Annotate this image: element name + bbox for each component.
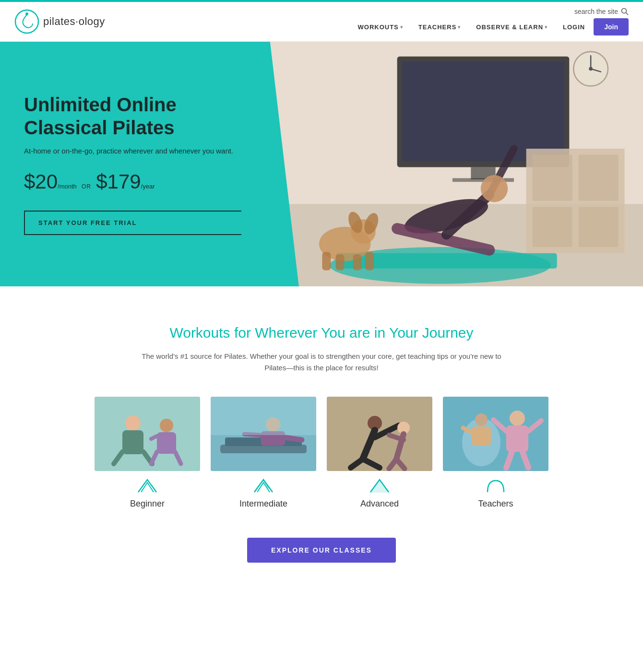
card-intermediate[interactable]: Intermediate bbox=[211, 397, 316, 509]
teachers-icon bbox=[485, 478, 507, 496]
price-annual: $179 bbox=[96, 170, 141, 193]
price-or: OR bbox=[82, 183, 91, 190]
main-nav: WORKOUTS ▾ TEACHERS ▾ OBSERVE & LEARN ▾ … bbox=[351, 18, 629, 35]
price-monthly-suffix: /month bbox=[58, 183, 77, 190]
card-beginner[interactable]: Beginner bbox=[95, 397, 200, 509]
card-label-advanced: Advanced bbox=[360, 499, 399, 509]
card-label-intermediate: Intermediate bbox=[239, 499, 287, 509]
logo[interactable]: pilates·ology bbox=[14, 9, 105, 34]
card-advanced[interactable]: Advanced bbox=[327, 397, 432, 509]
free-trial-button[interactable]: START YOUR FREE TRIAL bbox=[24, 211, 246, 235]
hero-title: Unlimited Online Classical Pilates bbox=[24, 93, 246, 139]
section-title: Workouts for Wherever You are in Your Jo… bbox=[38, 325, 605, 341]
search-bar[interactable]: search the site bbox=[574, 8, 629, 15]
nav-teachers[interactable]: TEACHERS ▾ bbox=[412, 20, 468, 35]
svg-rect-24 bbox=[365, 252, 374, 270]
svg-rect-7 bbox=[402, 61, 564, 161]
join-button[interactable]: Join bbox=[594, 18, 629, 35]
nav-observe-learn[interactable]: OBSERVE & LEARN ▾ bbox=[469, 20, 554, 35]
card-bg-teachers bbox=[443, 397, 548, 471]
card-bg-advanced bbox=[327, 397, 432, 471]
search-label: search the site bbox=[574, 8, 618, 15]
svg-point-1 bbox=[25, 12, 28, 15]
svg-rect-29 bbox=[579, 207, 619, 247]
advanced-icon bbox=[369, 478, 391, 496]
card-bg-beginner bbox=[95, 397, 200, 471]
header-right: search the site WORKOUTS ▾ TEACHERS ▾ OB… bbox=[351, 8, 629, 35]
card-teachers[interactable]: Teachers bbox=[443, 397, 548, 509]
svg-point-35 bbox=[125, 415, 141, 431]
intermediate-icon bbox=[252, 478, 274, 496]
card-image-beginner bbox=[95, 397, 200, 471]
search-icon bbox=[621, 8, 629, 15]
card-image-intermediate bbox=[211, 397, 316, 471]
hero-pricing: $20/month OR $179/year bbox=[24, 170, 246, 193]
login-button[interactable]: LOGIN bbox=[556, 20, 592, 35]
svg-point-72 bbox=[475, 413, 488, 426]
logo-icon bbox=[14, 9, 39, 34]
svg-rect-67 bbox=[506, 425, 528, 452]
card-bg-intermediate bbox=[211, 397, 316, 471]
card-image-teachers bbox=[443, 397, 548, 471]
hero-subtitle: At-home or on-the-go, practice wherever … bbox=[24, 146, 246, 157]
card-image-advanced bbox=[327, 397, 432, 471]
card-label-teachers: Teachers bbox=[478, 499, 513, 509]
svg-point-66 bbox=[510, 411, 525, 426]
svg-rect-23 bbox=[353, 254, 361, 270]
chevron-down-icon: ▾ bbox=[458, 24, 461, 30]
svg-point-16 bbox=[481, 175, 508, 202]
chevron-down-icon: ▾ bbox=[545, 24, 548, 30]
price-annual-suffix: /year bbox=[141, 183, 155, 190]
class-cards-grid: Beginner bbox=[38, 397, 605, 509]
section-description: The world's #1 source for Pilates. Wheth… bbox=[139, 351, 504, 374]
svg-point-39 bbox=[160, 419, 173, 432]
card-label-beginner: Beginner bbox=[130, 499, 165, 509]
hero-content: Unlimited Online Classical Pilates At-ho… bbox=[0, 42, 270, 286]
price-monthly: $20 bbox=[24, 170, 58, 193]
logo-text: pilates·ology bbox=[43, 15, 105, 28]
explore-button-container: EXPLORE OUR CLASSES bbox=[38, 533, 605, 563]
svg-rect-27 bbox=[579, 155, 619, 201]
chevron-down-icon: ▾ bbox=[400, 24, 403, 30]
svg-rect-26 bbox=[532, 155, 572, 201]
svg-rect-28 bbox=[532, 207, 572, 247]
svg-rect-36 bbox=[122, 430, 143, 454]
svg-line-49 bbox=[285, 437, 302, 440]
nav-workouts[interactable]: WORKOUTS ▾ bbox=[351, 20, 410, 35]
svg-rect-40 bbox=[157, 432, 176, 454]
hero-section: Unlimited Online Classical Pilates At-ho… bbox=[0, 42, 643, 286]
svg-rect-21 bbox=[322, 252, 331, 270]
beginner-icon bbox=[136, 478, 158, 496]
svg-point-2 bbox=[622, 9, 627, 13]
svg-line-3 bbox=[626, 13, 629, 15]
svg-rect-73 bbox=[472, 426, 491, 446]
svg-rect-22 bbox=[336, 254, 345, 270]
svg-line-41 bbox=[151, 436, 157, 439]
explore-classes-button[interactable]: EXPLORE OUR CLASSES bbox=[247, 538, 396, 563]
svg-rect-51 bbox=[211, 397, 316, 435]
site-header: pilates·ology search the site WORKOUTS ▾… bbox=[0, 2, 643, 42]
workouts-section: Workouts for Wherever You are in Your Jo… bbox=[0, 286, 643, 591]
